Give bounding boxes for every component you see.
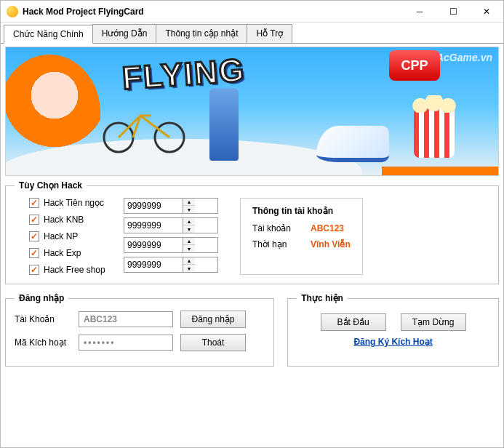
execute-legend: Thực hiện — [297, 293, 348, 303]
spinner-np[interactable]: ▲▼ — [124, 237, 218, 253]
spin-down-icon[interactable]: ▼ — [183, 225, 195, 233]
exit-button[interactable]: Thoát — [180, 334, 246, 351]
spinner-input[interactable] — [124, 257, 183, 272]
hack-legend: Tùy Chọn Hack — [15, 180, 87, 191]
checkbox-label: Hack KNB — [44, 215, 84, 225]
checkbox-free-shop[interactable] — [29, 265, 39, 275]
bicycle-icon — [100, 103, 188, 153]
tab-content: ShopAcGame.vn CPP FLYING Tùy Chọn Hack H… — [1, 47, 503, 371]
close-button[interactable]: ✕ — [470, 1, 503, 23]
execute-group: Thực hiện Bắt Đầu Tạm Dừng Đăng Ký Kích … — [287, 293, 499, 367]
minimize-button[interactable]: ─ — [403, 1, 436, 23]
account-info-box: Thông tin tài khoản Tài khoảnABC123 Thời… — [240, 198, 363, 275]
checkbox-exp[interactable] — [29, 248, 39, 258]
banner-badge: CPP — [389, 50, 440, 81]
tab-guide[interactable]: Hướng Dẫn — [92, 24, 157, 43]
banner-image: ShopAcGame.vn CPP FLYING — [5, 47, 499, 176]
pause-button[interactable]: Tạm Dừng — [401, 313, 466, 331]
expiry-value: Vĩnh Viễn — [311, 239, 351, 249]
window-controls: ─ ☐ ✕ — [403, 1, 503, 23]
username-label: Tài Khoản — [15, 314, 71, 324]
spin-up-icon[interactable]: ▲ — [183, 257, 195, 265]
register-activation-link[interactable]: Đăng Ký Kích Hoạt — [297, 337, 489, 347]
tab-support[interactable]: Hỗ Trợ — [247, 24, 292, 43]
bottle-icon — [209, 88, 239, 161]
activation-key-label: Mã Kích hoạt — [15, 337, 71, 348]
start-button[interactable]: Bắt Đầu — [321, 313, 386, 331]
checkbox-label: Hack Exp — [44, 248, 81, 258]
login-group: Đăng nhập Tài Khoản Đăng nhập Mã Kích ho… — [5, 293, 274, 367]
checkbox-knb[interactable] — [29, 215, 39, 225]
checkbox-label: Hack NP — [44, 231, 78, 241]
spinner-tien-ngoc[interactable]: ▲▼ — [124, 198, 218, 214]
account-info-title: Thông tin tài khoản — [252, 206, 351, 216]
spin-up-icon[interactable]: ▲ — [183, 199, 195, 206]
popcorn-icon — [414, 107, 455, 158]
checkbox-np[interactable] — [29, 231, 39, 241]
tab-update[interactable]: Thông tin cập nhật — [156, 24, 247, 43]
activation-key-input[interactable] — [79, 335, 173, 351]
app-window: Hack Mod Project FlyingCard ─ ☐ ✕ Chức N… — [0, 0, 504, 448]
shoe-icon — [316, 126, 389, 162]
account-label: Tài khoản — [252, 223, 303, 233]
tab-main[interactable]: Chức Năng Chính — [4, 25, 93, 44]
spin-down-icon[interactable]: ▼ — [183, 245, 195, 252]
account-value: ABC123 — [311, 223, 344, 233]
spinner-knb[interactable]: ▲▼ — [124, 217, 218, 233]
hack-options-group: Tùy Chọn Hack Hack Tiên ngọc Hack KNB Ha… — [5, 180, 499, 284]
login-legend: Đăng nhập — [15, 293, 68, 303]
username-input[interactable] — [79, 311, 173, 327]
spinner-input[interactable] — [124, 218, 183, 233]
tabbar: Chức Năng Chính Hướng Dẫn Thông tin cập … — [1, 24, 503, 44]
maximize-button[interactable]: ☐ — [436, 1, 470, 23]
checkbox-label: Hack Tiên ngọc — [44, 198, 104, 208]
spin-down-icon[interactable]: ▼ — [183, 265, 195, 272]
checkbox-tien-ngoc[interactable] — [29, 198, 39, 208]
app-icon — [7, 6, 18, 17]
expiry-label: Thời hạn — [252, 239, 303, 249]
spinner-input[interactable] — [124, 238, 183, 252]
spin-up-icon[interactable]: ▲ — [183, 218, 195, 225]
spinner-exp[interactable]: ▲▼ — [124, 257, 218, 273]
window-title: Hack Mod Project FlyingCard — [23, 7, 403, 17]
titlebar: Hack Mod Project FlyingCard ─ ☐ ✕ — [1, 1, 503, 23]
spin-down-icon[interactable]: ▼ — [183, 206, 195, 213]
checkbox-label: Hack Free shop — [44, 265, 105, 275]
spin-up-icon[interactable]: ▲ — [183, 238, 195, 245]
spinner-input[interactable] — [124, 199, 183, 213]
login-button[interactable]: Đăng nhập — [180, 311, 246, 328]
